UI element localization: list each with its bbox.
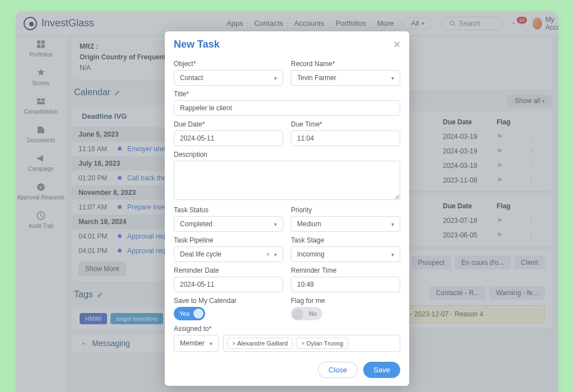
chevron-down-icon: ▾ bbox=[274, 221, 277, 227]
reminder-date-input[interactable] bbox=[174, 277, 283, 292]
assignee-tag[interactable]: Dylan Truong bbox=[296, 338, 348, 349]
close-icon[interactable]: × bbox=[394, 38, 400, 51]
due-date-input[interactable] bbox=[174, 130, 283, 146]
chevron-down-icon: ▾ bbox=[274, 251, 277, 258]
clear-icon[interactable]: × bbox=[266, 251, 270, 258]
record-select[interactable]: Tevin Farmer▾ bbox=[291, 70, 400, 86]
assignees-input[interactable]: Alexandre Gaillard Dylan Truong bbox=[223, 335, 400, 352]
pipeline-select[interactable]: Deal life cycle×▾ bbox=[174, 246, 283, 262]
app-frame: InvestGlass Apps Contacts Accounts Portf… bbox=[16, 11, 558, 392]
status-select[interactable]: Completed▾ bbox=[174, 216, 283, 232]
save-button[interactable]: Save bbox=[363, 362, 400, 378]
stage-select[interactable]: Incoming▾ bbox=[291, 246, 400, 262]
close-button[interactable]: Close bbox=[318, 362, 358, 378]
modal-title: New Task bbox=[174, 39, 220, 50]
reminder-time-input[interactable] bbox=[291, 277, 400, 292]
chevron-down-icon: ▾ bbox=[210, 340, 212, 347]
object-select[interactable]: Contact▾ bbox=[174, 70, 283, 86]
assignee-tag[interactable]: Alexandre Gaillard bbox=[227, 338, 293, 349]
chevron-down-icon: ▾ bbox=[391, 221, 394, 227]
description-textarea[interactable] bbox=[174, 161, 400, 200]
modal-overlay: New Task × Object* Contact▾ Record Name*… bbox=[16, 11, 558, 392]
chevron-down-icon: ▾ bbox=[274, 75, 277, 81]
save-calendar-toggle[interactable]: Yes bbox=[174, 307, 205, 320]
new-task-modal: New Task × Object* Contact▾ Record Name*… bbox=[165, 31, 409, 386]
assigned-type-select[interactable]: Member▾ bbox=[174, 335, 219, 352]
due-time-input[interactable] bbox=[291, 130, 400, 146]
chevron-down-icon: ▾ bbox=[391, 75, 394, 81]
priority-select[interactable]: Medium▾ bbox=[291, 216, 400, 232]
flag-toggle[interactable]: No bbox=[291, 307, 322, 320]
chevron-down-icon: ▾ bbox=[391, 251, 394, 258]
title-input[interactable] bbox=[174, 100, 400, 116]
